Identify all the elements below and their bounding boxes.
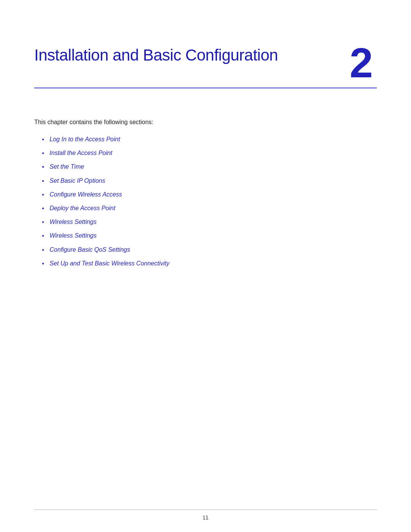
bullet-icon: • — [42, 232, 44, 241]
list-item: •Wireless Settings — [34, 231, 377, 241]
page-number: 11 — [34, 514, 377, 521]
bullet-icon: • — [42, 246, 44, 255]
list-item: •Set Up and Test Basic Wireless Connecti… — [34, 259, 377, 269]
list-item: •Deploy the Access Point — [34, 204, 377, 214]
list-item: •Set Basic IP Options — [34, 176, 377, 186]
list-item: •Wireless Settings — [34, 217, 377, 227]
page-container: Installation and Basic Configuration 2 T… — [0, 0, 411, 532]
bullet-icon: • — [42, 149, 44, 158]
section-link-2[interactable]: Set the Time — [49, 162, 84, 171]
chapter-number: 2 — [350, 42, 373, 84]
section-link-0[interactable]: Log In to the Access Point — [49, 135, 120, 144]
list-item: •Install the Access Point — [34, 149, 377, 158]
section-link-3[interactable]: Set Basic IP Options — [49, 176, 105, 185]
section-link-9[interactable]: Set Up and Test Basic Wireless Connectiv… — [49, 259, 169, 268]
section-link-7[interactable]: Wireless Settings — [49, 231, 96, 240]
bullet-icon: • — [42, 135, 44, 145]
bullet-icon: • — [42, 190, 44, 200]
bullet-icon: • — [42, 204, 44, 214]
section-link-1[interactable]: Install the Access Point — [49, 149, 112, 158]
bullet-icon: • — [42, 218, 44, 227]
header-section: Installation and Basic Configuration 2 — [0, 0, 411, 84]
section-link-8[interactable]: Configure Basic QoS Settings — [49, 245, 130, 254]
section-list: •Log In to the Access Point•Install the … — [34, 135, 377, 269]
bullet-icon: • — [42, 259, 44, 269]
list-item: •Set the Time — [34, 162, 377, 172]
section-link-4[interactable]: Configure Wireless Access — [49, 190, 122, 199]
list-item: •Log In to the Access Point — [34, 135, 377, 145]
content-section: This chapter contains the following sect… — [0, 88, 411, 269]
section-link-5[interactable]: Deploy the Access Point — [49, 204, 115, 213]
list-item: •Configure Basic QoS Settings — [34, 245, 377, 255]
footer-section: 11 — [34, 510, 377, 521]
intro-text: This chapter contains the following sect… — [34, 119, 377, 126]
footer-divider — [34, 510, 377, 510]
bullet-icon: • — [42, 163, 44, 172]
chapter-title-row: Installation and Basic Configuration 2 — [34, 46, 377, 84]
section-link-6[interactable]: Wireless Settings — [49, 217, 96, 227]
list-item: •Configure Wireless Access — [34, 190, 377, 200]
chapter-title: Installation and Basic Configuration — [34, 46, 350, 65]
bullet-icon: • — [42, 177, 44, 186]
